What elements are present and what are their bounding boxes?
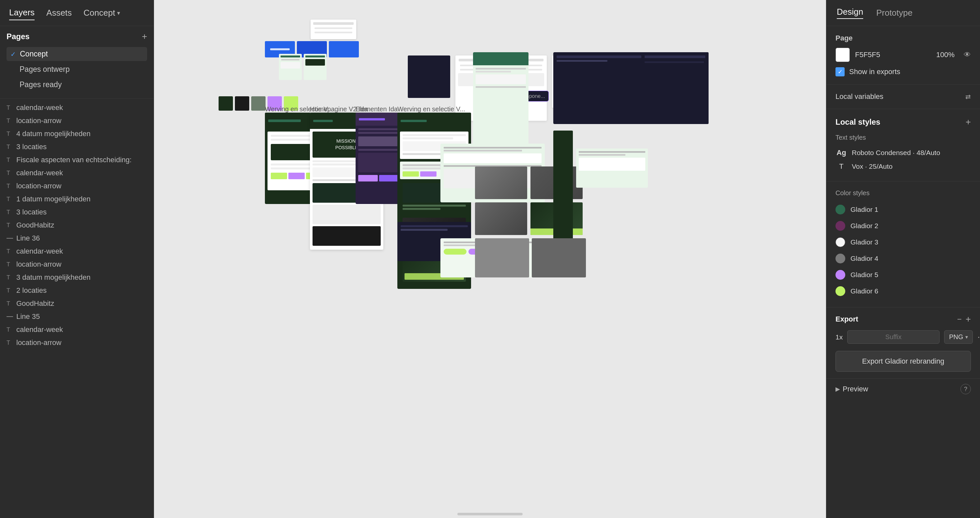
export-format-selector[interactable]: PNG ▾ [944, 330, 972, 344]
show-exports-label: Show in exports [849, 68, 900, 76]
layer-line-35[interactable]: Line 35 [0, 310, 154, 323]
tab-concept[interactable]: Concept ▾ [84, 6, 120, 20]
export-more-button[interactable]: ⋯ [977, 333, 980, 342]
text-icon: T [6, 143, 13, 150]
color-dot-2 [835, 221, 845, 231]
right-top-tabs: Design Prototype [826, 0, 980, 26]
color-style-gladior-2[interactable]: Gladior 2 [835, 218, 971, 234]
page-ontwerp-label: Pages ontwerp [19, 65, 70, 74]
text-icon: T [6, 196, 13, 203]
preview-section: ▶ Preview ? [826, 379, 980, 400]
text-icon: T [6, 287, 13, 294]
page-item-ontwerp[interactable]: Pages ontwerp [6, 62, 147, 77]
check-icon: ✓ [10, 50, 16, 58]
export-suffix-input[interactable] [847, 330, 940, 344]
local-vars-row: Local variables ⇄ [835, 92, 971, 101]
color-dot-1 [835, 205, 845, 214]
cluster-right-1 [576, 148, 648, 188]
color-styles-section: Color styles Gladior 1 Gladior 2 Gladior… [826, 182, 980, 308]
layer-datum-3[interactable]: T 3 datum mogelijkheden [0, 271, 154, 284]
page-color-swatch[interactable] [835, 48, 850, 62]
local-styles-header: Local styles + [835, 117, 971, 127]
layer-calendar-week-3[interactable]: T calendar-week [0, 245, 154, 258]
small-frames-row [279, 54, 326, 80]
color-name-6: Gladior 6 [851, 287, 878, 295]
pages-section: Pages + ✓ Concept Pages ontwerp Pages re… [0, 26, 154, 99]
show-exports-row: ✓ Show in exports [835, 67, 971, 77]
layer-locaties-1[interactable]: T 3 locaties [0, 140, 154, 153]
page-opacity-value[interactable]: 100% [936, 51, 955, 59]
export-button[interactable]: Export Gladior rebranding [835, 351, 971, 372]
text-icon: T [6, 339, 13, 346]
text-icon: T [6, 300, 13, 307]
page-color-value[interactable]: F5F5F5 [855, 51, 880, 59]
color-style-gladior-1[interactable]: Gladior 1 [835, 201, 971, 218]
page-item-concept[interactable]: ✓ Concept [6, 47, 147, 61]
color-dot-3 [835, 237, 845, 247]
layer-calendar-week-1[interactable]: T calendar-week [0, 101, 154, 114]
color-styles-title: Color styles [835, 189, 971, 197]
eye-icon[interactable]: 👁 [964, 51, 971, 59]
text-style-label-1: Roboto Condensed · 48/Auto [852, 149, 940, 157]
layer-calendar-week-4[interactable]: T calendar-week [0, 323, 154, 336]
color-dot-5 [835, 270, 845, 280]
canvas[interactable]: Werving en selectie V... Homepagine V2 I… [154, 0, 826, 518]
photo-frame-3 [475, 202, 527, 235]
tab-design[interactable]: Design [837, 7, 863, 19]
preview-title: ▶ Preview [835, 385, 868, 393]
layer-datum-2[interactable]: T 1 datum mogelijkheden [0, 193, 154, 206]
layer-location-arrow-4[interactable]: T location-arrow [0, 336, 154, 349]
color-style-gladior-4[interactable]: Gladior 4 [835, 250, 971, 267]
layer-line-36[interactable]: Line 36 [0, 232, 154, 245]
color-style-gladior-6[interactable]: Gladior 6 [835, 283, 971, 299]
export-remove-button[interactable]: − [957, 315, 962, 324]
page-item-ready[interactable]: Pages ready [6, 78, 147, 92]
color-dot-4 [835, 253, 845, 263]
layer-locaties-2[interactable]: T 3 locaties [0, 206, 154, 219]
pages-title: Pages [6, 32, 30, 41]
layer-location-arrow-2[interactable]: T location-arrow [0, 180, 154, 193]
text-style-vox[interactable]: T Vox · 25/Auto [835, 159, 971, 173]
layer-location-arrow-1[interactable]: T location-arrow [0, 114, 154, 127]
tab-layers[interactable]: Layers [9, 6, 35, 20]
local-styles-title: Local styles [835, 118, 880, 127]
export-title: Export [835, 315, 858, 324]
color-name-4: Gladior 4 [851, 255, 878, 263]
preview-row: ▶ Preview ? [835, 384, 971, 394]
local-variables-title: Local variables [835, 92, 883, 101]
right-panel: Design Prototype Page F5F5F5 100% 👁 ✓ Sh… [826, 0, 980, 518]
text-style-roboto[interactable]: Ag Roboto Condensed · 48/Auto [835, 146, 971, 159]
add-style-button[interactable]: + [966, 117, 971, 127]
layer-locaties-3[interactable]: T 2 locaties [0, 284, 154, 297]
layer-fiscale[interactable]: T Fiscale aspecten van echtscheiding: [0, 153, 154, 166]
color-style-gladior-5[interactable]: Gladior 5 [835, 267, 971, 283]
layer-goodhabitz-1[interactable]: T GoodHabitz [0, 219, 154, 232]
layer-goodhabitz-2[interactable]: T GoodHabitz [0, 297, 154, 310]
frame-right-1 [473, 52, 528, 150]
help-icon[interactable]: ? [961, 384, 971, 394]
text-icon: T [6, 170, 13, 177]
color-style-gladior-3[interactable]: Gladior 3 [835, 234, 971, 250]
line-icon [6, 238, 13, 239]
text-icon: T [6, 118, 13, 124]
line-icon [6, 316, 13, 317]
export-section: Export − + 1x PNG ▾ ⋯ Export Gladior reb… [826, 308, 980, 379]
add-page-button[interactable]: + [142, 31, 147, 42]
layer-location-arrow-3[interactable]: T location-arrow [0, 258, 154, 271]
tab-prototype[interactable]: Prototype [876, 8, 912, 18]
frame-label-3: Elementen Ida [356, 105, 398, 113]
variables-icon[interactable]: ⇄ [965, 93, 971, 100]
tab-assets[interactable]: Assets [46, 6, 72, 20]
format-chevron-icon: ▾ [965, 334, 968, 340]
export-add-button[interactable]: + [966, 314, 971, 324]
pages-header: Pages + [6, 31, 147, 42]
layer-calendar-week-2[interactable]: T calendar-week [0, 166, 154, 180]
text-style-label-2: Vox · 25/Auto [852, 163, 892, 171]
canvas-content: Werving en selectie V... Homepagine V2 I… [154, 0, 826, 518]
horizontal-scrollbar[interactable] [457, 513, 523, 515]
layer-datum-1[interactable]: T 4 datum mogelijkheden [0, 127, 154, 140]
frame-right-2 [553, 52, 644, 124]
photo-frame-1 [475, 166, 527, 199]
export-scale-value[interactable]: 1x [835, 333, 843, 341]
show-exports-checkbox[interactable]: ✓ [835, 67, 845, 77]
